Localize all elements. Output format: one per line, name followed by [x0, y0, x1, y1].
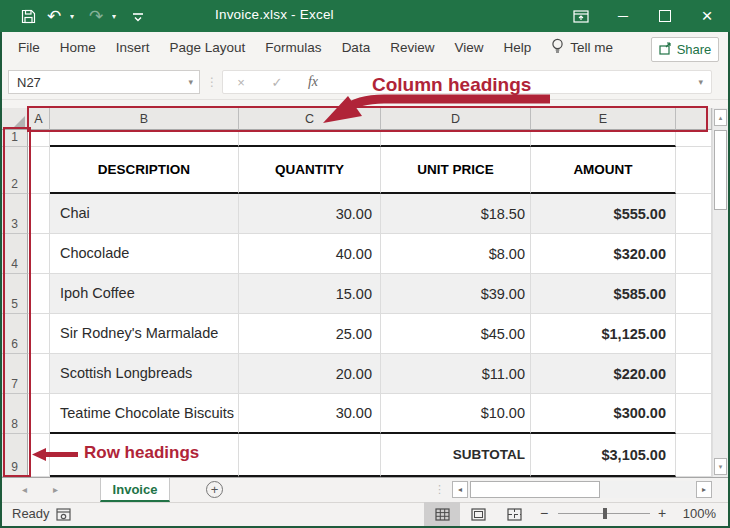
column-header-a[interactable]: A	[28, 108, 50, 130]
cell-quantity[interactable]: 40.00	[239, 234, 381, 274]
cell[interactable]	[381, 130, 531, 147]
row-header-2[interactable]: 2	[2, 147, 28, 194]
cell[interactable]	[28, 354, 50, 394]
tab-data[interactable]: Data	[332, 32, 381, 63]
name-box-dropdown-icon[interactable]: ▾	[188, 77, 199, 87]
name-box[interactable]: N27 ▾	[8, 70, 200, 94]
cell-subtotal-label[interactable]: SUBTOTAL	[381, 434, 531, 477]
row-header-9[interactable]: 9	[2, 434, 28, 477]
undo-dropdown-icon[interactable]: ▾	[70, 12, 80, 21]
cell-unit-price[interactable]: $8.00	[381, 234, 531, 274]
macro-record-icon[interactable]	[56, 507, 71, 525]
cell-description[interactable]: Chocolade	[50, 234, 239, 274]
cancel-icon[interactable]: ×	[223, 75, 259, 90]
cell-description[interactable]: Teatime Chocolate Biscuits	[50, 394, 239, 434]
cell-unit-price[interactable]: $10.00	[381, 394, 531, 434]
scroll-left-icon[interactable]: ◂	[452, 481, 468, 498]
insert-function-icon[interactable]: fx	[295, 74, 331, 90]
cell[interactable]	[676, 234, 712, 274]
page-layout-view-button[interactable]	[460, 502, 496, 526]
ribbon-display-options-icon[interactable]	[560, 0, 602, 32]
cell-unit-price[interactable]: $18.50	[381, 194, 531, 234]
cell[interactable]	[676, 394, 712, 434]
table-header-quantity[interactable]: QUANTITY	[239, 147, 381, 194]
scroll-down-icon[interactable]: ▾	[714, 458, 727, 475]
cell-amount[interactable]: $300.00	[531, 394, 676, 434]
cell-amount[interactable]: $555.00	[531, 194, 676, 234]
normal-view-button[interactable]	[424, 502, 460, 526]
sheet-tab-invoice[interactable]: Invoice	[100, 478, 170, 502]
cell-subtotal-value[interactable]: $3,105.00	[531, 434, 676, 477]
select-all-corner[interactable]	[2, 108, 28, 130]
table-header-amount[interactable]: AMOUNT	[531, 147, 676, 194]
zoom-level[interactable]: 100%	[676, 506, 716, 521]
scroll-right-icon[interactable]: ▸	[696, 481, 712, 498]
column-header-f[interactable]	[676, 108, 712, 130]
cell-quantity[interactable]: 30.00	[239, 194, 381, 234]
cell-description[interactable]: Chai	[50, 194, 239, 234]
cell[interactable]	[676, 314, 712, 354]
cell-quantity[interactable]: 20.00	[239, 354, 381, 394]
zoom-in-icon[interactable]: +	[658, 505, 666, 521]
tab-insert[interactable]: Insert	[106, 32, 160, 63]
cell[interactable]	[50, 130, 239, 147]
cell[interactable]	[28, 234, 50, 274]
row-header-5[interactable]: 5	[2, 274, 28, 314]
table-header-description[interactable]: DESCRIPTION	[50, 147, 239, 194]
cell-amount[interactable]: $585.00	[531, 274, 676, 314]
horizontal-scrollbar-thumb[interactable]	[470, 481, 600, 498]
cell-unit-price[interactable]: $39.00	[381, 274, 531, 314]
cell[interactable]	[676, 354, 712, 394]
cell[interactable]	[239, 434, 381, 477]
cell[interactable]	[676, 130, 712, 147]
tab-home[interactable]: Home	[50, 32, 106, 63]
cell-unit-price[interactable]: $11.00	[381, 354, 531, 394]
cell[interactable]	[676, 194, 712, 234]
cell-description[interactable]: Sir Rodney's Marmalade	[50, 314, 239, 354]
customize-qat-icon[interactable]	[128, 5, 148, 27]
maximize-button[interactable]	[644, 0, 686, 32]
tab-file[interactable]: File	[8, 32, 50, 63]
row-header-6[interactable]: 6	[2, 314, 28, 354]
undo-icon[interactable]: ↶	[44, 5, 64, 27]
zoom-out-icon[interactable]: −	[540, 505, 548, 521]
page-break-preview-button[interactable]	[496, 502, 532, 526]
vertical-scrollbar[interactable]: ▴ ▾	[712, 108, 728, 477]
tab-help[interactable]: Help	[493, 32, 541, 63]
vertical-scrollbar-thumb[interactable]	[714, 130, 727, 210]
minimize-button[interactable]: ─	[602, 0, 644, 32]
scroll-up-icon[interactable]: ▴	[714, 109, 727, 126]
tab-view[interactable]: View	[444, 32, 493, 63]
prev-sheet-icon[interactable]: ◂	[22, 477, 27, 502]
row-header-8[interactable]: 8	[2, 394, 28, 434]
cell[interactable]	[28, 394, 50, 434]
tab-page-layout[interactable]: Page Layout	[160, 32, 256, 63]
close-button[interactable]: ×	[686, 0, 728, 32]
cell-quantity[interactable]: 30.00	[239, 394, 381, 434]
add-sheet-button[interactable]: +	[206, 481, 223, 498]
column-header-b[interactable]: B	[50, 108, 239, 130]
cell[interactable]	[531, 130, 676, 147]
cell[interactable]	[239, 130, 381, 147]
row-header-4[interactable]: 4	[2, 234, 28, 274]
cell[interactable]	[676, 434, 712, 477]
tell-me-box[interactable]: Tell me	[541, 38, 623, 57]
save-icon[interactable]	[18, 5, 38, 27]
enter-icon[interactable]: ✓	[259, 75, 295, 90]
cell-description[interactable]: Ipoh Coffee	[50, 274, 239, 314]
cell-quantity[interactable]: 15.00	[239, 274, 381, 314]
cell[interactable]	[676, 147, 712, 194]
table-header-unit-price[interactable]: UNIT PRICE	[381, 147, 531, 194]
row-header-7[interactable]: 7	[2, 354, 28, 394]
tab-review[interactable]: Review	[380, 32, 444, 63]
zoom-slider-thumb[interactable]	[603, 508, 607, 519]
next-sheet-icon[interactable]: ▸	[53, 477, 58, 502]
cell-amount[interactable]: $1,125.00	[531, 314, 676, 354]
cell[interactable]	[28, 147, 50, 194]
tab-formulas[interactable]: Formulas	[255, 32, 331, 63]
cell[interactable]	[28, 130, 50, 147]
share-button[interactable]: Share	[651, 37, 719, 62]
cell-amount[interactable]: $220.00	[531, 354, 676, 394]
cell[interactable]	[28, 194, 50, 234]
cell-amount[interactable]: $320.00	[531, 234, 676, 274]
